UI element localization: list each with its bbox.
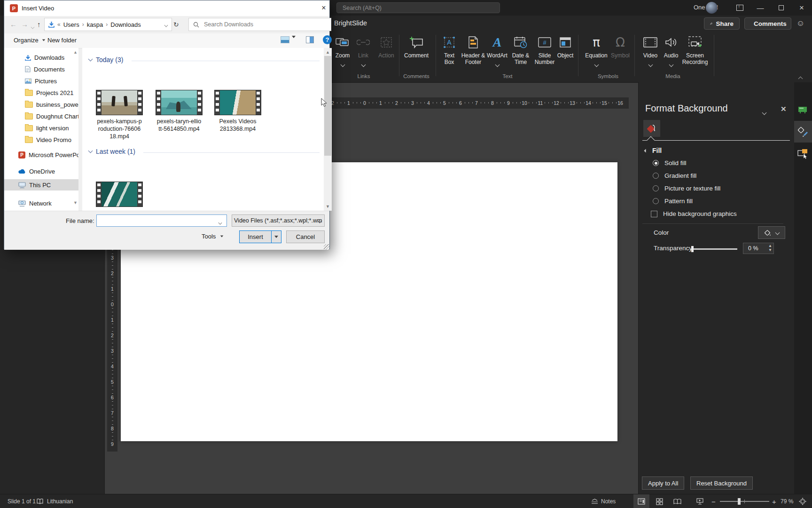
- file-name-input[interactable]: [96, 214, 227, 227]
- apply-to-all-button[interactable]: Apply to All: [642, 476, 684, 490]
- language-indicator[interactable]: Lithuanian: [47, 494, 73, 508]
- help-button[interactable]: ?: [323, 35, 332, 44]
- fill-bucket-tab[interactable]: [643, 120, 660, 137]
- organize-button[interactable]: Organize: [14, 37, 46, 44]
- format-background-tab[interactable]: [794, 121, 812, 143]
- ribbon-wordart-button[interactable]: A WordArt: [485, 34, 509, 69]
- change-view-icon[interactable]: [281, 36, 289, 43]
- shape-format-tab[interactable]: [794, 143, 812, 165]
- insert-split-button[interactable]: Insert: [239, 230, 281, 243]
- normal-view-button[interactable]: [633, 494, 649, 508]
- sidebar-item-video-promo[interactable]: Video Promo: [4, 134, 78, 145]
- sidebar-item-light-version[interactable]: light version: [4, 122, 78, 134]
- slideshow-view-button[interactable]: [692, 494, 708, 508]
- ribbon-header-footer-button[interactable]: Header & Footer: [458, 34, 488, 65]
- file-name-dropdown-chevron-icon[interactable]: [219, 219, 222, 226]
- sidebar-scroll-up-icon[interactable]: ▲: [73, 50, 78, 55]
- breadcrumb-kaspa[interactable]: kaspa: [87, 21, 103, 28]
- ribbon-object-button[interactable]: Object: [554, 34, 577, 59]
- preview-pane-icon[interactable]: [306, 36, 314, 43]
- design-ideas-tab[interactable]: [794, 99, 812, 120]
- dialog-resize-grip[interactable]: [324, 244, 329, 250]
- sidebar-scroll-down-icon[interactable]: ▼: [73, 200, 78, 205]
- picture-fill-radio[interactable]: Picture or texture fill: [653, 185, 720, 192]
- insert-dropdown-arrow[interactable]: [271, 231, 281, 243]
- video-file-thumbnail[interactable]: [156, 90, 203, 115]
- fit-slide-to-window-button[interactable]: [799, 494, 806, 508]
- insert-button[interactable]: Insert: [240, 231, 271, 243]
- ribbon-comment-button[interactable]: Comment: [402, 34, 431, 59]
- dialog-search-input[interactable]: [203, 21, 327, 28]
- ribbon-link-button[interactable]: Link: [351, 34, 375, 69]
- ribbon-text-box-button[interactable]: A Text Box: [438, 34, 460, 65]
- sidebar-item-microsoft-powerpoint[interactable]: P Microsoft PowerPo: [4, 149, 78, 160]
- change-view-chevron-icon[interactable]: [292, 38, 296, 45]
- video-file-thumbnail[interactable]: [96, 182, 143, 207]
- minimize-button[interactable]: —: [750, 0, 771, 16]
- slider-thumb[interactable]: [691, 246, 694, 252]
- transparency-value-box[interactable]: 0 % ▲▼: [743, 243, 774, 254]
- video-file-name[interactable]: Pexels Videos 2813368.mp4: [211, 118, 265, 133]
- video-file-name[interactable]: pexels-taryn-ellio tt-5614850.mp4: [152, 118, 206, 133]
- up-button[interactable]: ↑: [37, 20, 41, 28]
- transparency-slider[interactable]: [692, 248, 737, 250]
- sidebar-item-doughnut-charts[interactable]: Doughnut Charts: [4, 111, 78, 122]
- zoom-out-button[interactable]: −: [711, 494, 716, 508]
- address-dropdown-chevron-icon[interactable]: [164, 21, 168, 28]
- group-header-last-week[interactable]: Last week (1): [89, 148, 135, 155]
- video-file-thumbnail[interactable]: [214, 90, 261, 115]
- comments-button[interactable]: Comments: [744, 17, 791, 30]
- ribbon-equation-button[interactable]: π Equation: [582, 34, 611, 69]
- forward-button[interactable]: →: [21, 20, 28, 28]
- share-button[interactable]: Share: [704, 17, 740, 30]
- slide-indicator[interactable]: Slide 1 of 1: [8, 494, 36, 508]
- restore-button[interactable]: [771, 0, 791, 16]
- reset-background-button[interactable]: Reset Background: [690, 476, 753, 490]
- sidebar-item-pictures[interactable]: Pictures: [4, 75, 78, 87]
- breadcrumb-downloads[interactable]: Downloads: [110, 21, 141, 28]
- panel-menu-chevron-icon[interactable]: [763, 108, 766, 117]
- spell-check-icon[interactable]: [37, 494, 43, 508]
- avatar[interactable]: [706, 2, 718, 14]
- color-picker-button[interactable]: [758, 226, 785, 239]
- sidebar-item-onedrive[interactable]: OneDrive: [4, 166, 78, 177]
- group-header-today[interactable]: Today (3): [89, 56, 123, 64]
- sidebar-item-network[interactable]: Network: [4, 198, 78, 209]
- solid-fill-radio[interactable]: Solid fill: [653, 159, 687, 167]
- sidebar-item-downloads[interactable]: Downloads: [4, 52, 78, 63]
- breadcrumb-users[interactable]: Users: [63, 21, 79, 28]
- back-button[interactable]: ←: [10, 20, 17, 28]
- new-folder-button[interactable]: New folder: [47, 37, 77, 44]
- pattern-fill-radio[interactable]: Pattern fill: [653, 198, 693, 205]
- dialog-close-button[interactable]: ×: [318, 2, 329, 14]
- feedback-smiley-icon[interactable]: ☺: [796, 19, 804, 28]
- video-file-name[interactable]: pexels-kampus-p roduction-76606 18.mp4: [92, 118, 147, 140]
- refresh-button[interactable]: ↻: [173, 21, 179, 28]
- address-bar[interactable]: « Users › kaspa › Downloads: [44, 18, 172, 31]
- app-search-input[interactable]: [336, 2, 500, 13]
- scroll-down-icon[interactable]: ▼: [326, 204, 330, 209]
- panel-close-icon[interactable]: ✕: [781, 105, 787, 113]
- ribbon-display-options-button[interactable]: [729, 0, 750, 16]
- sidebar-item-documents[interactable]: Documents: [4, 64, 78, 75]
- ribbon-symbol-button[interactable]: Ω Symbol: [608, 34, 632, 59]
- collapse-ribbon-icon[interactable]: [799, 74, 802, 83]
- file-type-dropdown[interactable]: Video Files (*.asf;*.asx;*.wpl;*.wm: [232, 214, 325, 227]
- zoom-in-button[interactable]: +: [772, 494, 776, 508]
- scroll-up-icon[interactable]: ▲: [326, 50, 330, 55]
- dialog-search-box[interactable]: [188, 18, 331, 31]
- ribbon-action-button[interactable]: Action: [374, 34, 398, 59]
- breadcrumb-overflow[interactable]: «: [57, 21, 61, 28]
- sidebar-item-this-pc[interactable]: This PC: [4, 179, 78, 190]
- tools-button[interactable]: Tools: [202, 233, 224, 240]
- cancel-button[interactable]: Cancel: [286, 230, 325, 243]
- gradient-fill-radio[interactable]: Gradient fill: [653, 172, 696, 179]
- ribbon-date-time-button[interactable]: Date & Time: [508, 34, 534, 65]
- zoom-slider-thumb[interactable]: [738, 498, 741, 505]
- hide-background-graphics-checkbox[interactable]: Hide background graphics: [651, 210, 737, 217]
- reading-view-button[interactable]: [669, 494, 685, 508]
- fill-section-header[interactable]: Fill: [644, 147, 662, 154]
- slide-sorter-view-button[interactable]: [651, 494, 667, 508]
- sidebar-item-projects-2021[interactable]: Projects 2021: [4, 87, 78, 98]
- ribbon-screen-recording-button[interactable]: Screen Recording: [679, 34, 711, 65]
